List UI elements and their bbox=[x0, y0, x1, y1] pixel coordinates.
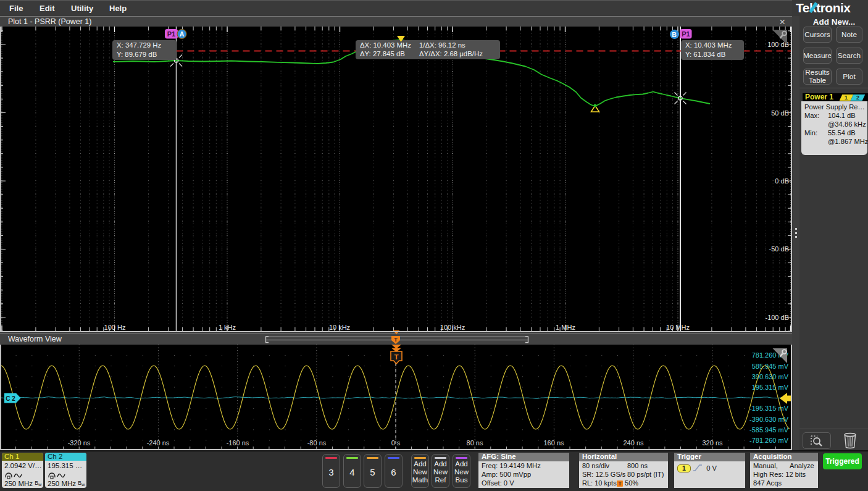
svg-text:0 dB: 0 dB bbox=[775, 177, 789, 185]
svg-text:P1: P1 bbox=[167, 30, 175, 38]
svg-text:C 2: C 2 bbox=[6, 395, 15, 402]
svg-text:-100 dB: -100 dB bbox=[765, 314, 789, 321]
svg-text:100 kHz: 100 kHz bbox=[440, 324, 465, 331]
svg-text:A: A bbox=[180, 30, 185, 38]
svg-text:-195.315 mV: -195.315 mV bbox=[749, 405, 789, 412]
svg-text:P1: P1 bbox=[682, 30, 690, 38]
svg-text:T: T bbox=[394, 337, 398, 343]
svg-text:-50 dB: -50 dB bbox=[769, 245, 789, 253]
svg-text:80 ns: 80 ns bbox=[467, 439, 483, 447]
svg-text:585.945 mV: 585.945 mV bbox=[752, 363, 789, 370]
svg-text:100 Hz: 100 Hz bbox=[104, 324, 126, 331]
svg-text:-160 ns: -160 ns bbox=[227, 439, 249, 447]
svg-text:-80 ns: -80 ns bbox=[307, 439, 327, 447]
svg-text:10 MHz: 10 MHz bbox=[666, 324, 690, 331]
svg-text:320 ns: 320 ns bbox=[702, 439, 723, 447]
svg-text:10 kHz: 10 kHz bbox=[329, 324, 350, 331]
svg-text:-585.945 mV: -585.945 mV bbox=[749, 426, 789, 434]
svg-text:T: T bbox=[394, 353, 398, 361]
svg-text:195.315 mV: 195.315 mV bbox=[752, 384, 789, 391]
svg-text:50 dB: 50 dB bbox=[771, 109, 789, 117]
svg-text:1 MHz: 1 MHz bbox=[556, 324, 575, 331]
svg-text:B: B bbox=[672, 31, 677, 38]
svg-text:160 ns: 160 ns bbox=[543, 439, 564, 447]
svg-text:-320 ns: -320 ns bbox=[68, 439, 91, 447]
svg-text:-240 ns: -240 ns bbox=[147, 439, 170, 447]
svg-text:240 ns: 240 ns bbox=[623, 439, 644, 447]
svg-text:1 kHz: 1 kHz bbox=[219, 324, 236, 331]
svg-text:-781.260 mV: -781.260 mV bbox=[749, 437, 789, 444]
